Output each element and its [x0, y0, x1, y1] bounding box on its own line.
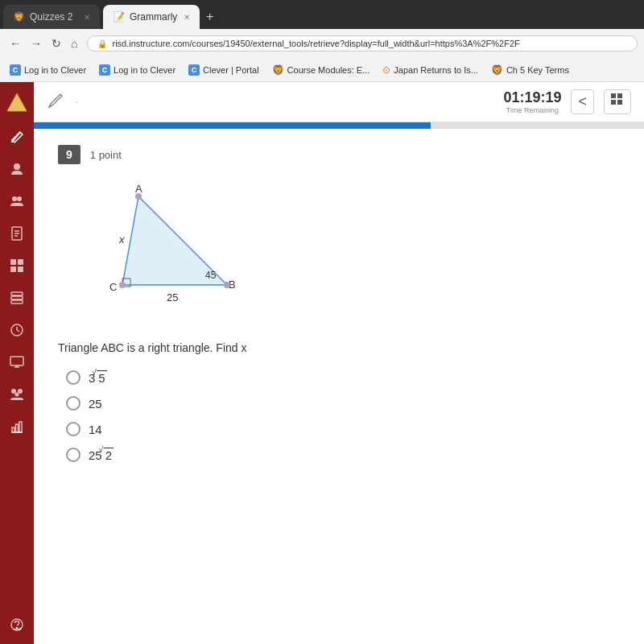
question-number: 9 [66, 148, 72, 161]
group-icon[interactable] [6, 190, 28, 213]
clever-icon-1: C [10, 64, 21, 76]
device-icon[interactable] [6, 351, 28, 374]
radio-choice-4[interactable] [66, 448, 80, 462]
svg-rect-28 [12, 427, 14, 432]
svg-rect-30 [19, 422, 22, 432]
bookmark-login-clever-1[interactable]: C Log in to Clever [6, 63, 89, 77]
svg-rect-35 [617, 93, 622, 98]
question-text: Triangle ABC is a right triangle. Find x [58, 341, 620, 354]
tab-bar: 🦁 Quizzes 2 ✕ 📝 Grammarly ✕ + [0, 0, 644, 29]
answer-choices: 3 5 √ 25 14 25 [66, 370, 620, 462]
bookmark-clever-portal[interactable]: C Clever | Portal [185, 63, 262, 77]
bookmark-clever-portal-label: Clever | Portal [203, 65, 259, 75]
answer-choice-1[interactable]: 3 5 √ [66, 370, 620, 385]
answer-choice-2[interactable]: 25 [66, 396, 620, 411]
svg-rect-21 [10, 357, 23, 365]
radio-choice-1[interactable] [66, 370, 80, 385]
progress-bar-fill [34, 122, 431, 129]
page-container: · 01:19:19 Time Remaining < [0, 82, 644, 644]
bookmark-login-clever-2[interactable]: C Log in to Clever [96, 63, 179, 77]
sidebar-logo [4, 90, 30, 116]
doc-icon[interactable] [6, 222, 28, 245]
svg-point-47 [224, 282, 230, 288]
refresh-button[interactable]: ↻ [48, 35, 64, 52]
pencil-tool-icon[interactable] [6, 126, 28, 148]
tab-quizzes2-label: Quizzes 2 [30, 11, 72, 23]
tab-quizzes2-close[interactable]: ✕ [84, 13, 90, 22]
svg-marker-0 [7, 93, 27, 111]
grid-nav-button[interactable] [604, 89, 631, 114]
header-left: · [47, 90, 78, 114]
svg-rect-13 [10, 266, 16, 272]
browser-chrome: 🦁 Quizzes 2 ✕ 📝 Grammarly ✕ + ← → ↻ ⌂ 🔒 … [0, 0, 644, 82]
main-content: · 01:19:19 Time Remaining < [34, 82, 644, 644]
bookmark-course-modules-label: Course Modules: E... [287, 65, 370, 75]
answer-choice-3[interactable]: 14 [66, 422, 620, 436]
svg-marker-2 [12, 132, 23, 142]
bookmark-japan-returns[interactable]: ⊙ Japan Returns to Is... [379, 63, 481, 77]
tab-grammarly[interactable]: 📝 Grammarly ✕ [103, 5, 200, 29]
grid-squares-icon[interactable] [6, 254, 28, 277]
triangle-svg: A B C x 45 25 [74, 180, 251, 325]
svg-point-4 [14, 163, 20, 170]
svg-point-48 [119, 282, 126, 288]
tab-grammarly-label: Grammarly [130, 11, 177, 23]
pencil-header-icon [47, 90, 66, 114]
bookmark-course-modules[interactable]: 🦁 Course Modules: E... [269, 63, 374, 77]
analytics-icon[interactable] [6, 415, 28, 438]
svg-point-5 [12, 196, 17, 201]
radio-choice-3[interactable] [66, 422, 80, 436]
bookmark-login-clever-2-label: Log in to Clever [114, 65, 175, 75]
bookmark-ch5-key-terms-label: Ch 5 Key Terms [506, 65, 569, 75]
clock-icon[interactable] [6, 319, 28, 341]
home-button[interactable]: ⌂ [68, 35, 80, 52]
forward-button[interactable]: → [27, 35, 45, 52]
timer-box: 01:19:19 Time Remaining [503, 89, 561, 114]
timer-label: Time Remaining [503, 106, 561, 114]
question-points: 1 point [90, 149, 122, 161]
svg-rect-29 [16, 424, 19, 432]
nav-buttons: ← → ↻ ⌂ [6, 35, 80, 52]
bookmark-ch5-key-terms[interactable]: 🦁 Ch 5 Key Terms [488, 63, 572, 77]
tab-quizzes2[interactable]: 🦁 Quizzes 2 ✕ [3, 5, 100, 29]
nav-prev-button[interactable]: < [571, 89, 594, 114]
svg-point-26 [15, 393, 19, 397]
question-area: 9 1 point A B C x 45 [34, 129, 644, 644]
layers-icon[interactable] [6, 287, 28, 309]
svg-rect-17 [11, 300, 23, 303]
svg-text:C: C [109, 281, 117, 293]
people-icon[interactable] [6, 383, 28, 406]
svg-point-25 [18, 389, 23, 394]
svg-rect-14 [18, 266, 23, 272]
lock-icon: 🔒 [97, 39, 107, 48]
url-bar[interactable]: 🔒 risd.instructure.com/courses/19450/ext… [87, 35, 638, 52]
answer-choice-4[interactable]: 25 2 √ [66, 448, 620, 462]
choice-4-text: 25 2 √ [89, 448, 114, 462]
left-sidebar [0, 82, 34, 644]
svg-rect-34 [611, 93, 616, 98]
clever-icon-2: C [99, 64, 110, 76]
choice-2-text: 25 [89, 397, 102, 411]
svg-point-46 [135, 193, 142, 200]
svg-rect-36 [611, 100, 616, 105]
question-header: 9 1 point [58, 145, 620, 164]
bookmarks-bar: C Log in to Clever C Log in to Clever C … [0, 58, 644, 82]
user-icon[interactable] [6, 158, 28, 180]
svg-text:25: 25 [167, 291, 178, 303]
svg-text:x: x [118, 233, 125, 246]
svg-text:45: 45 [205, 270, 217, 281]
svg-rect-16 [11, 296, 23, 299]
progress-bar-container [34, 122, 644, 129]
new-tab-button[interactable]: + [200, 10, 220, 24]
bottom-nav-arrow[interactable]: → [11, 621, 24, 636]
back-button[interactable]: ← [6, 35, 24, 52]
svg-point-6 [17, 196, 22, 201]
tab-grammarly-close[interactable]: ✕ [184, 13, 190, 22]
svg-line-20 [17, 330, 19, 332]
header-right: 01:19:19 Time Remaining < [503, 89, 631, 114]
svg-text:A: A [135, 183, 142, 195]
question-number-box: 9 [58, 145, 80, 164]
radio-choice-2[interactable] [66, 396, 80, 411]
triangle-diagram: A B C x 45 25 [74, 180, 251, 325]
svg-rect-37 [617, 100, 622, 105]
